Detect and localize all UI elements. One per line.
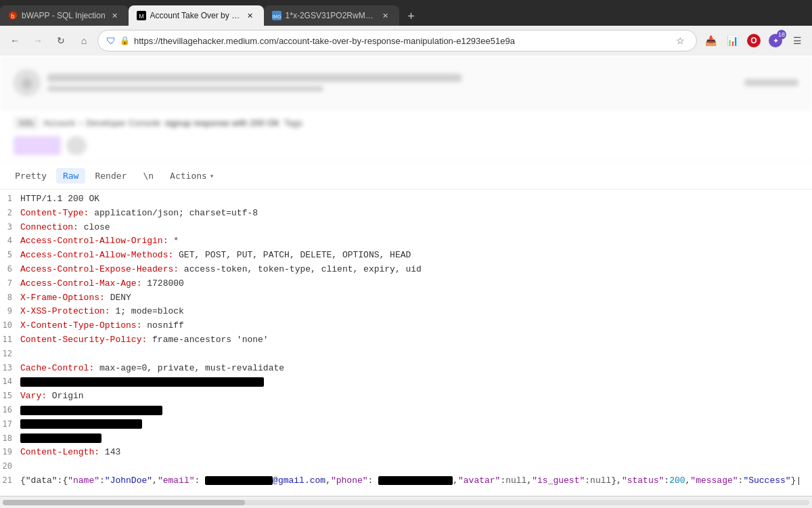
bookmark-icon[interactable]: ☆ — [672, 33, 688, 49]
new-tab-button[interactable]: + — [402, 7, 421, 26]
tab-bar: b bWAPP - SQL Injection ✕ M Account Take… — [0, 0, 812, 26]
line-content: Content-Security-Policy: frame-ancestors… — [20, 333, 812, 347]
tab-image[interactable]: IMG 1*x-2GSV31PO2RwMHw6_sMkA.pn... ✕ — [264, 5, 399, 26]
address-bar[interactable]: 🛡 🔒 https://thevillagehacker.medium.com/… — [97, 30, 697, 51]
line-number: 13 — [0, 362, 20, 375]
table-row: 20 — [0, 460, 812, 474]
table-row: 2 Content-Type: application/json; charse… — [0, 207, 812, 221]
line-content: X-XSS-Protection: 1; mode=block — [20, 305, 812, 319]
viewer-tab-bar: Pretty Raw Render \n Actions ▾ — [0, 163, 812, 190]
tab-title-active: Account Take Over by Response M... — [150, 11, 241, 20]
scrollbar-track[interactable] — [3, 500, 809, 505]
table-row: 7 Access-Control-Max-Age: 1728000 — [0, 277, 812, 291]
svg-text:b: b — [11, 13, 14, 20]
tab-close-img[interactable]: ✕ — [380, 10, 391, 21]
extension-notification[interactable]: ✦ 18 — [766, 31, 785, 50]
tab-account-takeover[interactable]: M Account Take Over by Response M... ✕ — [129, 5, 264, 26]
line-content — [20, 460, 812, 474]
line-number: 16 — [0, 404, 20, 417]
line-content: Content-Length: 143 — [20, 446, 812, 460]
horizontal-scrollbar[interactable] — [0, 496, 812, 508]
stats-icon[interactable]: 📊 — [723, 31, 742, 50]
menu-button[interactable]: ☰ — [788, 31, 807, 50]
scrollbar-thumb[interactable] — [3, 500, 245, 505]
article-header-text — [47, 74, 738, 91]
line-number: 4 — [0, 234, 20, 247]
pocket-icon[interactable]: 📥 — [701, 31, 720, 50]
line-content: Access-Control-Max-Age: 1728000 — [20, 277, 812, 291]
table-row: 10 X-Content-Type-Options: nosniff — [0, 319, 812, 333]
line-content: X-Content-Type-Options: nosniff — [20, 319, 812, 333]
table-row: 17 — [0, 418, 812, 432]
table-row: 3 Connection: close — [0, 221, 812, 235]
svg-text:IMG: IMG — [272, 14, 281, 19]
svg-text:M: M — [139, 13, 144, 20]
address-bar-icons: ☆ — [672, 33, 688, 49]
line-number: 20 — [0, 460, 20, 473]
line-number: 10 — [0, 319, 20, 332]
line-content: Access-Control-Allow-Origin: * — [20, 234, 812, 249]
tab-title: bWAPP - SQL Injection — [22, 11, 106, 20]
line-number: 3 — [0, 221, 20, 234]
lock-icon: 🔒 — [120, 36, 130, 45]
tab-favicon-bug: b — [8, 11, 18, 20]
line-number: 12 — [0, 347, 20, 360]
table-row: 15 Vary: Origin — [0, 389, 812, 404]
line-content: Access-Control-Expose-Headers: access-to… — [20, 263, 812, 277]
line-number: 19 — [0, 446, 20, 459]
line-content — [20, 432, 812, 446]
shield-icon: 🛡 — [106, 35, 116, 46]
back-button[interactable]: ← — [5, 31, 24, 50]
table-row: 5 Access-Control-Allow-Methods: GET, POS… — [0, 249, 812, 263]
line-content: Vary: Origin — [20, 389, 812, 404]
code-area: 1 HTTP/1.1 200 OK 2 Content-Type: applic… — [0, 190, 812, 491]
line-content — [20, 418, 812, 432]
line-content: X-Frame-Options: DENY — [20, 291, 812, 305]
table-row: 12 — [0, 347, 812, 362]
line-number: 7 — [0, 277, 20, 290]
tab-sql-injection[interactable]: b bWAPP - SQL Injection ✕ — [0, 5, 129, 26]
tab-newline[interactable]: \n — [136, 168, 160, 184]
table-row: 18 — [0, 432, 812, 446]
tab-favicon-medium: M — [137, 11, 146, 20]
forward-button[interactable]: → — [28, 31, 47, 50]
table-row: 19 Content-Length: 143 — [0, 446, 812, 460]
table-row: 1 HTTP/1.1 200 OK — [0, 192, 812, 207]
line-number: 8 — [0, 291, 20, 304]
actions-label: Actions — [170, 171, 207, 181]
url-display[interactable]: https://thevillagehacker.medium.com/acco… — [134, 36, 668, 46]
line-content: Cache-Control: max-age=0, private, must-… — [20, 362, 812, 376]
article-content-blurred: Info Account › Developer Console signup … — [0, 110, 812, 163]
tab-render[interactable]: Render — [88, 168, 133, 184]
line-number: 15 — [0, 389, 20, 402]
actions-chevron-icon: ▾ — [210, 172, 214, 179]
extension-opera[interactable]: O — [744, 31, 763, 50]
line-content: Content-Type: application/json; charset=… — [20, 207, 812, 221]
article-logo: ◎ — [14, 69, 41, 96]
table-row: 9 X-XSS-Protection: 1; mode=block — [0, 305, 812, 319]
tab-close-active[interactable]: ✕ — [245, 10, 256, 21]
tab-favicon-image: IMG — [272, 11, 281, 20]
tab-close[interactable]: ✕ — [110, 10, 120, 21]
line-content — [20, 375, 812, 389]
table-row: 6 Access-Control-Expose-Headers: access-… — [0, 263, 812, 277]
line-number: 5 — [0, 249, 20, 261]
tab-raw[interactable]: Raw — [56, 168, 85, 184]
table-row: 13 Cache-Control: max-age=0, private, mu… — [0, 362, 812, 376]
browser-chrome: b bWAPP - SQL Injection ✕ M Account Take… — [0, 0, 812, 56]
page-content: ◎ Info Account › Developer Console signu… — [0, 56, 812, 496]
table-row: 21 {"data":{"name":"JohnDoe","email": @g… — [0, 474, 812, 488]
actions-dropdown[interactable]: Actions ▾ — [163, 168, 221, 184]
table-row: 4 Access-Control-Allow-Origin: * — [0, 234, 812, 249]
line-number: 21 — [0, 474, 20, 487]
line-number: 14 — [0, 375, 20, 388]
line-number: 9 — [0, 305, 20, 318]
line-number: 11 — [0, 333, 20, 346]
table-row: 8 X-Frame-Options: DENY — [0, 291, 812, 305]
nav-bar: ← → ↻ ⌂ 🛡 🔒 https://thevillagehacker.med… — [0, 26, 812, 56]
home-button[interactable]: ⌂ — [74, 31, 93, 50]
refresh-button[interactable]: ↻ — [51, 31, 70, 50]
line-content: Access-Control-Allow-Methods: GET, POST,… — [20, 249, 812, 263]
line-content — [20, 347, 812, 362]
tab-pretty[interactable]: Pretty — [8, 168, 53, 184]
